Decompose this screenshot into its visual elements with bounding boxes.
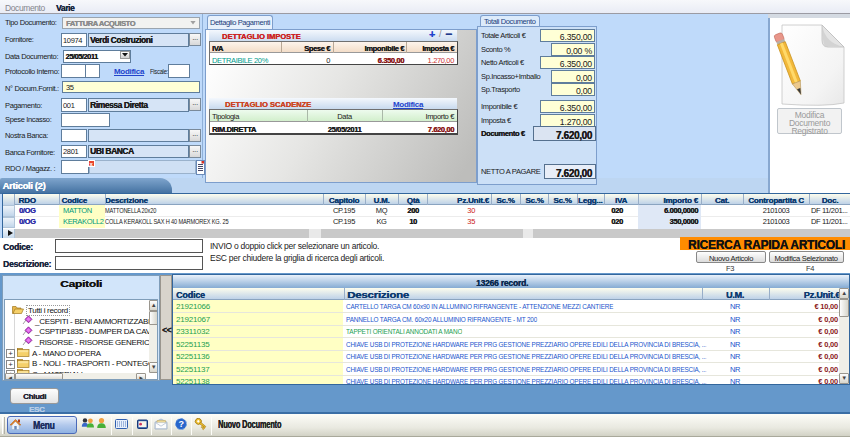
svg-text:?: ?: [178, 419, 183, 429]
